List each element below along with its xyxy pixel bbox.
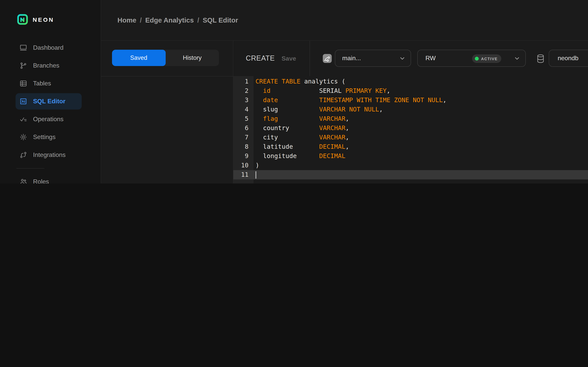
code-text: city VARCHAR,: [254, 133, 349, 142]
code-text: latitude DECIMAL,: [254, 142, 349, 151]
sidebar-item-settings[interactable]: Settings: [16, 128, 95, 146]
code-line: 2 id SERIAL PRIMARY KEY,: [233, 86, 588, 96]
code-line: 3 date TIMESTAMP WITH TIME ZONE NOT NULL…: [233, 96, 588, 105]
code-text: ): [254, 161, 259, 170]
neon-logo-icon: [17, 14, 28, 25]
toolbar-divider: [310, 41, 310, 76]
endpoint-select-value: RW: [425, 55, 436, 62]
line-number: 1: [233, 77, 254, 86]
code-line: 5 flag VARCHAR,: [233, 114, 588, 124]
code-text: date TIMESTAMP WITH TIME ZONE NOT NULL,: [254, 96, 447, 105]
code-line: 7 city VARCHAR,: [233, 133, 588, 142]
code-line: 4 slug VARCHAR NOT NULL,: [233, 105, 588, 114]
line-number: 2: [233, 86, 254, 96]
branch-diagram-button[interactable]: [323, 54, 332, 63]
line-number: 9: [233, 151, 254, 161]
chevron-down-icon: [514, 55, 520, 62]
line-number: 8: [233, 142, 254, 151]
sidebar-divider: [16, 168, 44, 168]
sql-code-editor[interactable]: 1CREATE TABLE analytics (2 id SERIAL PRI…: [233, 76, 588, 184]
line-number: 7: [233, 133, 254, 142]
tab-saved[interactable]: Saved: [112, 50, 165, 66]
breadcrumb-project[interactable]: Edge Analytics: [145, 16, 194, 24]
branch-icon: [324, 55, 331, 62]
sql-editor-panel: CREATE Save main... RW ACTIVE neondb: [233, 41, 588, 184]
code-text: slug VARCHAR NOT NULL,: [254, 105, 383, 114]
sidebar-item-operations[interactable]: Operations: [16, 110, 95, 128]
tables-icon: [19, 80, 27, 87]
line-number: 10: [233, 161, 254, 170]
active-status-label: ACTIVE: [481, 57, 498, 61]
code-text: country VARCHAR,: [254, 124, 349, 133]
dashboard-icon: [19, 44, 27, 52]
database-icon: [536, 54, 545, 64]
saved-history-tabs: Saved History: [112, 50, 219, 66]
line-number: 3: [233, 96, 254, 105]
endpoint-select[interactable]: RW ACTIVE: [417, 50, 526, 67]
breadcrumb-separator: /: [197, 16, 199, 24]
chevron-down-icon: [399, 55, 406, 62]
integrations-icon: [19, 151, 27, 159]
query-tabs-row: Saved History: [101, 41, 233, 76]
query-title: CREATE: [246, 41, 275, 76]
sidebar-item-tables[interactable]: Tables: [16, 75, 95, 92]
code-line: 9 longitude DECIMAL: [233, 151, 588, 161]
code-text: flag VARCHAR,: [254, 114, 349, 124]
sidebar-item-dashboard[interactable]: Dashboard: [16, 39, 95, 57]
breadcrumb-current: SQL Editor: [203, 16, 238, 24]
line-number: 6: [233, 124, 254, 133]
topbar: Home / Edge Analytics / SQL Editor: [101, 0, 588, 41]
neon-console: NEON Dashboard Branches Tables: [0, 0, 588, 184]
code-line: 11: [233, 170, 588, 179]
database-select-value: neondb: [558, 55, 579, 62]
line-number: 5: [233, 114, 254, 124]
code-text: CREATE TABLE analytics (: [254, 77, 345, 86]
sidebar: NEON Dashboard Branches Tables: [0, 0, 101, 184]
sidebar-item-sql-editor[interactable]: SQL Editor: [16, 93, 82, 109]
query-list-panel: Saved History New Query: [101, 41, 233, 184]
status-badge: ACTIVE: [472, 54, 501, 63]
text-cursor: [256, 171, 256, 179]
settings-gear-icon: [19, 133, 27, 141]
database-select[interactable]: neondb: [549, 50, 588, 67]
code-lines: 1CREATE TABLE analytics (2 id SERIAL PRI…: [233, 77, 588, 179]
operations-icon: [19, 115, 27, 123]
branches-icon: [19, 62, 27, 69]
sidebar-item-integrations[interactable]: Integrations: [16, 146, 95, 164]
breadcrumb-home[interactable]: Home: [117, 16, 136, 24]
sidebar-item-roles[interactable]: Roles: [16, 173, 95, 184]
code-line: 1CREATE TABLE analytics (: [233, 77, 588, 86]
sidebar-nav-access: Roles Databases: [0, 173, 101, 184]
branch-select[interactable]: main...: [335, 50, 411, 67]
code-line: 8 latitude DECIMAL,: [233, 142, 588, 151]
active-status-dot: [475, 57, 479, 61]
code-text: id SERIAL PRIMARY KEY,: [254, 86, 390, 96]
editor-toolbar: CREATE Save main... RW ACTIVE neondb: [233, 41, 588, 76]
code-text: [254, 170, 256, 179]
sidebar-nav-main: Dashboard Branches Tables SQL Editor: [0, 39, 101, 164]
line-number: 4: [233, 105, 254, 114]
code-line: 10): [233, 161, 588, 170]
tab-history[interactable]: History: [165, 50, 219, 66]
code-line: 6 country VARCHAR,: [233, 124, 588, 133]
save-button[interactable]: Save: [282, 41, 296, 76]
code-text: longitude DECIMAL: [254, 151, 345, 161]
sql-editor-icon: [19, 98, 27, 105]
neon-wordmark: NEON: [33, 16, 54, 23]
line-number: 11: [233, 170, 254, 179]
branch-select-value: main...: [342, 55, 361, 62]
roles-icon: [19, 178, 27, 184]
breadcrumb-separator: /: [140, 16, 142, 24]
sidebar-item-branches[interactable]: Branches: [16, 57, 95, 75]
neon-logo[interactable]: NEON: [17, 14, 54, 25]
